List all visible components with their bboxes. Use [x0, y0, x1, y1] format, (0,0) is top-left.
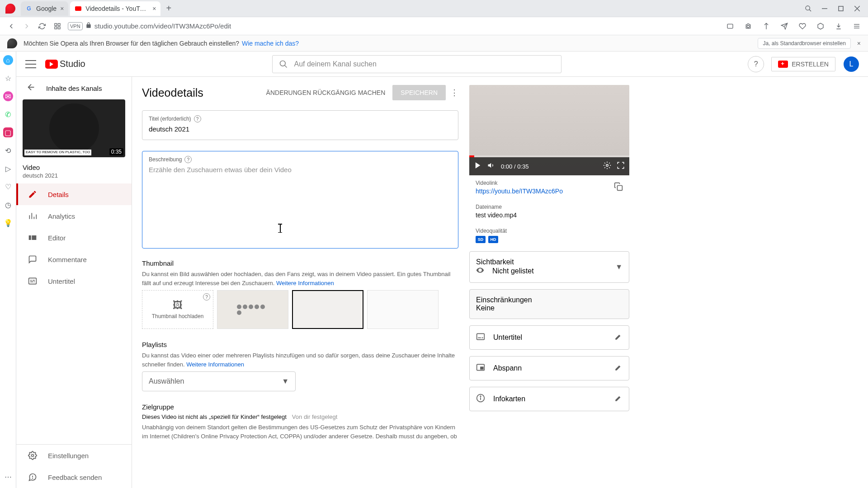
- info-icon: [476, 394, 487, 404]
- pin-icon[interactable]: [759, 19, 774, 34]
- sidebar-item-details[interactable]: Details: [16, 183, 132, 205]
- heart-icon[interactable]: [795, 19, 810, 34]
- help-icon[interactable]: ?: [194, 115, 201, 122]
- heart-icon[interactable]: ♡: [3, 182, 13, 192]
- sidebar-item-comments[interactable]: Kommentare: [16, 249, 132, 270]
- close-icon[interactable]: ×: [60, 5, 64, 12]
- snapshot-icon[interactable]: [722, 19, 738, 34]
- url-text[interactable]: studio.youtube.com/video/ITW3MAzc6Po/edi…: [94, 22, 722, 30]
- instagram-icon[interactable]: ▢: [3, 127, 13, 137]
- visibility-select[interactable]: Sichtbarkeit Nicht gelistet ▼: [469, 251, 629, 283]
- close-icon[interactable]: ×: [857, 40, 861, 47]
- video-title-label: deutsch 2021: [23, 172, 125, 179]
- endscreen-card[interactable]: Abspann: [469, 356, 629, 380]
- search-placeholder: Auf deinem Kanal suchen: [294, 60, 377, 68]
- playlists-section-desc: Du kannst das Video einer oder mehreren …: [142, 351, 458, 369]
- sidebar-item-feedback[interactable]: Feedback senden: [16, 466, 132, 488]
- more-info-link[interactable]: Weitere Informationen: [186, 361, 244, 368]
- svg-rect-9: [58, 27, 60, 29]
- sidebar-item-analytics[interactable]: Analytics: [16, 205, 132, 227]
- search-icon: [279, 60, 288, 69]
- help-icon[interactable]: ?: [184, 156, 192, 163]
- volume-icon[interactable]: [487, 161, 495, 171]
- promo-set-default-button[interactable]: Ja, als Standardbrowser einstellen: [758, 38, 850, 49]
- back-label: Inhalte des Kanals: [46, 84, 102, 92]
- title-input[interactable]: [149, 125, 452, 133]
- back-button[interactable]: [4, 19, 19, 34]
- sidebar-item-settings[interactable]: Einstellungen: [16, 445, 132, 466]
- menu-icon[interactable]: [849, 19, 864, 34]
- history-icon[interactable]: ⟲: [3, 145, 13, 155]
- more-options-button[interactable]: ⋮: [450, 88, 458, 98]
- infocards-card[interactable]: Infokarten: [469, 387, 629, 411]
- video-preview[interactable]: 0:00 / 0:35: [469, 85, 629, 175]
- close-window-icon[interactable]: [849, 1, 865, 16]
- new-tab-button[interactable]: +: [162, 2, 175, 15]
- reload-button[interactable]: [34, 19, 50, 34]
- download-icon[interactable]: [831, 19, 846, 34]
- save-button[interactable]: SPEICHERN: [392, 85, 446, 100]
- search-icon[interactable]: [800, 1, 816, 16]
- camera-icon[interactable]: [741, 19, 756, 34]
- subtitles-card[interactable]: Untertitel: [469, 325, 629, 350]
- filename-block: Dateiname test video.mp4: [469, 199, 629, 223]
- video-thumbnail[interactable]: EASY TO REMOVE ON PLASTIC, TOO 0:35: [23, 99, 125, 157]
- preview-time: 0:00 / 0:35: [501, 163, 598, 170]
- sidebar-item-subtitles[interactable]: Untertitel: [16, 270, 132, 292]
- youtube-studio-logo[interactable]: Studio: [45, 59, 85, 69]
- description-field[interactable]: Beschreibung ? Erzähle den Zuschauern et…: [142, 151, 458, 249]
- maximize-window-icon[interactable]: [833, 1, 849, 16]
- title-field[interactable]: Titel (erforderlich) ?: [142, 110, 458, 140]
- cube-icon[interactable]: [813, 19, 828, 34]
- send-icon[interactable]: [777, 19, 792, 34]
- hamburger-menu-button[interactable]: [25, 59, 36, 70]
- page-title: Videodetails: [142, 86, 203, 99]
- pencil-icon[interactable]: [614, 363, 623, 373]
- svg-rect-35: [618, 185, 623, 190]
- pencil-icon[interactable]: [614, 333, 623, 343]
- whatsapp-icon[interactable]: ✆: [3, 109, 13, 119]
- undo-changes-button[interactable]: ÄNDERUNGEN RÜCKGÄNGIG MACHEN: [266, 89, 386, 96]
- sidebar-item-editor[interactable]: Editor: [16, 227, 132, 249]
- help-button[interactable]: ?: [748, 56, 764, 72]
- close-icon[interactable]: ×: [152, 5, 156, 12]
- video-link[interactable]: https://youtu.be/ITW3MAzc6Po: [476, 188, 563, 195]
- svg-marker-33: [488, 163, 491, 168]
- play-icon[interactable]: [474, 161, 482, 171]
- speed-dial-icon[interactable]: [50, 19, 65, 34]
- workspace-icon[interactable]: ⌂: [3, 55, 13, 65]
- star-icon[interactable]: ☆: [3, 73, 13, 83]
- vpn-badge[interactable]: VPN: [68, 22, 83, 30]
- sd-badge: SD: [476, 236, 486, 243]
- pencil-icon[interactable]: [614, 394, 623, 404]
- play-icon[interactable]: ▷: [3, 164, 13, 174]
- analytics-icon: [27, 211, 38, 221]
- avatar[interactable]: L: [844, 56, 859, 72]
- copy-link-button[interactable]: [614, 182, 623, 193]
- messenger-icon[interactable]: ✉: [3, 91, 13, 101]
- create-button[interactable]: ERSTELLEN: [771, 57, 835, 71]
- thumbnail-option-1[interactable]: [217, 290, 288, 329]
- upload-thumbnail-button[interactable]: ? 🖼 Thumbnail hochladen: [142, 290, 213, 329]
- visibility-icon: [476, 266, 484, 276]
- description-textarea[interactable]: Erzähle den Zuschauern etwas über dein V…: [149, 166, 452, 242]
- playlists-select[interactable]: Auswählen ▼: [142, 371, 296, 391]
- thumbnail-option-2[interactable]: [292, 290, 363, 329]
- minimize-window-icon[interactable]: [816, 1, 833, 16]
- browser-tab-google[interactable]: G Google ×: [21, 1, 68, 16]
- fullscreen-icon[interactable]: [617, 161, 625, 171]
- thumbnail-option-3[interactable]: [367, 290, 439, 329]
- help-icon[interactable]: ?: [203, 293, 210, 300]
- forward-button[interactable]: [19, 19, 34, 34]
- back-to-channel-button[interactable]: [26, 82, 36, 94]
- browser-tab-youtube-studio[interactable]: Videodetails - YouTube St... ×: [70, 1, 160, 16]
- clock-icon[interactable]: ◷: [3, 200, 13, 210]
- search-input[interactable]: Auf deinem Kanal suchen: [272, 55, 561, 73]
- promo-link[interactable]: Wie mache ich das?: [242, 40, 299, 47]
- gear-icon[interactable]: [603, 161, 611, 171]
- more-info-link[interactable]: Weitere Informationen: [276, 280, 334, 286]
- lock-icon[interactable]: [85, 22, 92, 30]
- lightbulb-icon[interactable]: 💡: [3, 218, 13, 228]
- opera-promo-bar: Möchten Sie Opera als Ihren Browser für …: [0, 35, 868, 52]
- more-icon[interactable]: ⋯: [3, 472, 13, 482]
